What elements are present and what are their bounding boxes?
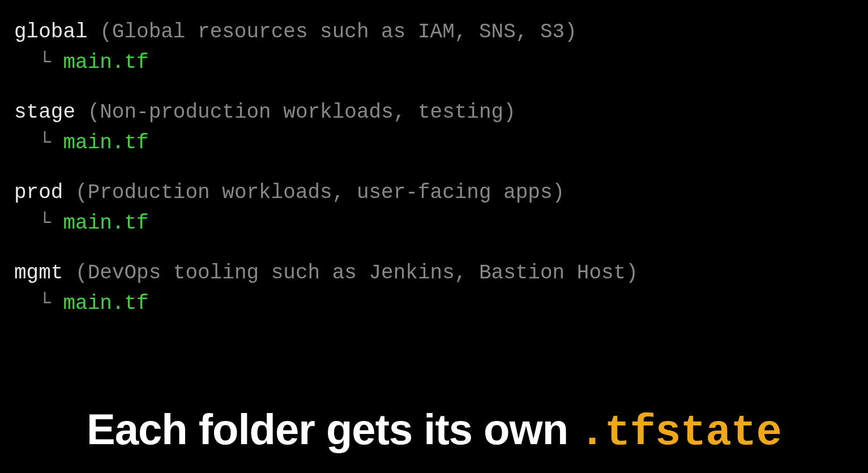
folder-child: └ main.tf	[14, 128, 854, 158]
folder-line: prod (Production workloads, user-facing …	[14, 178, 854, 208]
folder-description: (Production workloads, user-facing apps)	[75, 181, 565, 204]
file-name: main.tf	[63, 292, 148, 315]
caption-text: Each folder gets its own	[87, 405, 579, 453]
folder-description: (Non-production workloads, testing)	[88, 101, 516, 124]
folder-block-stage: stage (Non-production workloads, testing…	[14, 97, 854, 158]
file-name: main.tf	[63, 212, 148, 235]
tree-branch-icon: └	[14, 292, 63, 315]
folder-block-global: global (Global resources such as IAM, SN…	[14, 17, 854, 78]
folder-name: stage	[14, 101, 75, 124]
tree-branch-icon: └	[14, 212, 63, 235]
folder-name: mgmt	[14, 261, 63, 285]
folder-name: global	[14, 20, 88, 44]
folder-description: (Global resources such as IAM, SNS, S3)	[100, 20, 577, 44]
folder-block-mgmt: mgmt (DevOps tooling such as Jenkins, Ba…	[14, 258, 854, 319]
folder-line: mgmt (DevOps tooling such as Jenkins, Ba…	[14, 258, 854, 289]
slide-caption: Each folder gets its own .tfstate	[0, 405, 868, 457]
tree-branch-icon: └	[14, 131, 63, 154]
folder-child: └ main.tf	[14, 289, 854, 319]
folder-name: prod	[14, 181, 63, 204]
tree-branch-icon: └	[14, 51, 63, 74]
caption-highlight: .tfstate	[579, 408, 781, 457]
folder-tree: global (Global resources such as IAM, SN…	[14, 17, 854, 319]
folder-child: └ main.tf	[14, 208, 854, 239]
folder-block-prod: prod (Production workloads, user-facing …	[14, 178, 854, 239]
folder-line: stage (Non-production workloads, testing…	[14, 97, 854, 128]
file-name: main.tf	[63, 131, 148, 154]
folder-child: └ main.tf	[14, 48, 854, 78]
file-name: main.tf	[63, 51, 148, 74]
folder-line: global (Global resources such as IAM, SN…	[14, 17, 854, 48]
folder-description: (DevOps tooling such as Jenkins, Bastion…	[75, 261, 638, 285]
